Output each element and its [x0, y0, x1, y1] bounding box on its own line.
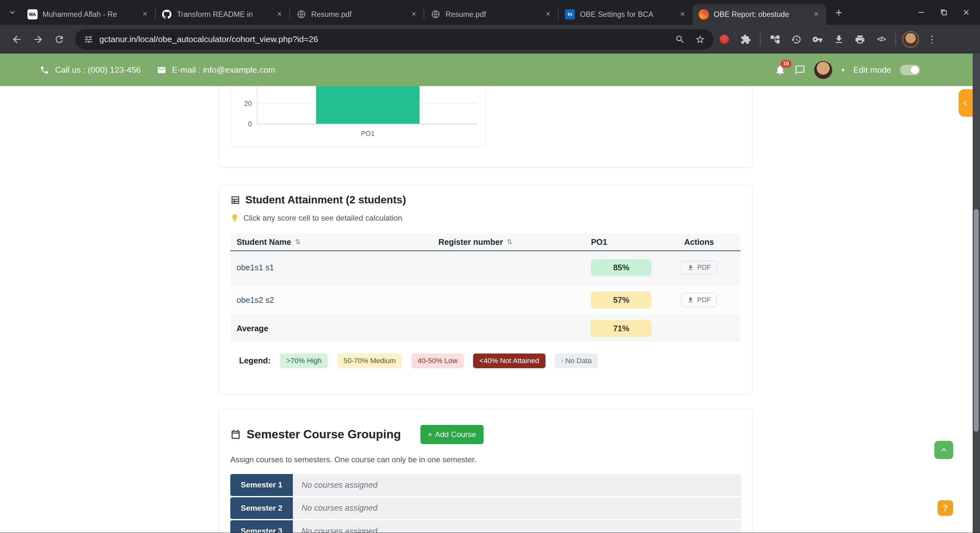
semester-label: Semester 3 — [230, 520, 293, 533]
tab-title: Muhammed Aflah - Re — [43, 10, 135, 19]
column-header-register-number[interactable]: Register number⇅ — [432, 238, 585, 247]
semester-row[interactable]: Semester 1 No courses assigned — [230, 474, 741, 496]
site-header: Call us : (000) 123-456 E-mail : info@ex… — [0, 54, 980, 86]
pdf-button[interactable]: PDF — [681, 293, 717, 307]
legend-pill-not-attained: <40% Not Attained — [473, 354, 545, 368]
github-favicon-icon — [162, 9, 172, 19]
table-header-row: Student Name⇅ Register number⇅ PO1 Actio… — [230, 234, 740, 251]
toolbar-divider — [896, 33, 896, 46]
sidebar-collapse-handle[interactable] — [959, 89, 972, 117]
semester-row[interactable]: Semester 3 No courses assigned — [230, 520, 741, 533]
print-icon[interactable] — [849, 29, 870, 50]
sort-icon[interactable]: ⇅ — [507, 238, 512, 246]
password-key-icon[interactable] — [807, 29, 828, 50]
score-badge[interactable]: 57% — [591, 292, 651, 309]
download-icon — [687, 264, 694, 271]
minimize-button[interactable] — [912, 4, 930, 21]
messages-button[interactable] — [795, 65, 805, 75]
add-course-button[interactable]: + Add Course — [420, 425, 484, 444]
legend-pill-medium: 50-70% Medium — [337, 354, 402, 368]
notifications-button[interactable]: 10 — [775, 64, 786, 76]
scroll-to-top-button[interactable] — [934, 441, 953, 459]
zoom-indicator-icon[interactable] — [675, 35, 685, 44]
site-info-tune-icon[interactable] — [84, 35, 93, 44]
profile-avatar[interactable] — [900, 29, 921, 50]
globe-favicon-icon — [431, 9, 441, 19]
tab-close-icon[interactable]: × — [811, 9, 821, 19]
tab-close-icon[interactable]: × — [409, 9, 418, 19]
dropdown-caret-icon[interactable]: ▾ — [842, 66, 845, 74]
bar-po1 — [316, 86, 419, 124]
recording-extension-icon[interactable] — [714, 29, 735, 50]
semester-content: No courses assigned — [293, 520, 741, 533]
browser-tab[interactable]: Resume.pdf × — [290, 4, 424, 25]
column-header-actions: Actions — [658, 238, 740, 247]
tab-search-button[interactable] — [4, 4, 21, 21]
forward-arrow-icon — [33, 34, 44, 45]
semester-label: Semester 2 — [230, 497, 293, 519]
student-name-link[interactable]: obe1s2 s2 — [230, 295, 432, 305]
score-badge[interactable]: 85% — [591, 259, 651, 276]
tab-close-icon[interactable]: × — [543, 9, 553, 19]
average-label: Average — [230, 324, 432, 333]
sort-icon[interactable]: ⇅ — [295, 238, 301, 246]
tree-extension-icon[interactable] — [764, 29, 786, 50]
semester-row[interactable]: Semester 2 No courses assigned — [230, 497, 741, 519]
page-scrollbar[interactable] — [973, 54, 980, 533]
browser-tab[interactable]: in OBE Settings for BCA × — [558, 4, 692, 25]
edit-mode-toggle[interactable] — [900, 65, 920, 75]
student-name-link[interactable]: obe1s1 s1 — [230, 263, 432, 272]
tab-close-icon[interactable]: × — [678, 9, 687, 19]
chart-x-axis — [257, 124, 477, 124]
menu-kebab-icon[interactable]: ⋮ — [921, 29, 943, 50]
average-row: Average 71% — [230, 316, 740, 341]
forward-button[interactable] — [27, 29, 49, 50]
bookmark-star-icon[interactable] — [695, 35, 705, 44]
download-icon — [687, 297, 694, 303]
ma-favicon-icon: MA — [27, 9, 37, 19]
column-header-student-name[interactable]: Student Name⇅ — [230, 238, 432, 247]
score-badge[interactable]: 71% — [591, 320, 651, 337]
reload-button[interactable] — [49, 29, 70, 50]
semester-grouping-card: Semester Course Grouping + Add Course As… — [219, 408, 752, 533]
site-favicon-icon — [698, 9, 708, 19]
chart-card: 20 0 PO1 — [219, 86, 752, 167]
history-icon[interactable] — [786, 29, 807, 50]
y-tick-0: 0 — [236, 120, 252, 128]
close-window-button[interactable] — [957, 4, 975, 21]
pdf-button[interactable]: PDF — [681, 261, 717, 275]
table-row: obe1s2 s2 57% PDF — [230, 284, 740, 316]
new-tab-button[interactable]: + — [830, 4, 848, 21]
grouping-description: Assign courses to semesters. One course … — [230, 455, 741, 464]
scrollbar-thumb[interactable] — [974, 209, 979, 431]
browser-tab-active[interactable]: OBE Report: obestude × — [692, 4, 826, 25]
browser-tab[interactable]: Resume.pdf × — [424, 4, 558, 25]
browser-tab[interactable]: MA Muhammed Aflah - Re × — [21, 4, 155, 25]
url-text[interactable]: gctanur.in/local/obe_autocalculator/coho… — [99, 35, 669, 44]
tab-title: Transform README in — [177, 10, 269, 19]
address-bar[interactable]: gctanur.in/local/obe_autocalculator/coho… — [75, 29, 714, 49]
legend-pill-high: >70% High — [280, 354, 328, 368]
mail-icon — [157, 65, 166, 75]
chart-x-label: PO1 — [316, 129, 419, 138]
tab-close-icon[interactable]: × — [274, 9, 284, 19]
browser-tab[interactable]: Transform README in × — [156, 4, 290, 25]
back-button[interactable] — [6, 29, 28, 50]
email-text: E-mail : info@example.com — [172, 65, 275, 75]
grouping-title: Semester Course Grouping — [247, 427, 401, 441]
tab-title: Resume.pdf — [445, 10, 538, 19]
semester-content: No courses assigned — [293, 497, 741, 519]
legend: Legend: >70% High 50-70% Medium 40-50% L… — [230, 354, 741, 368]
downloads-icon[interactable] — [828, 29, 850, 50]
tab-close-icon[interactable]: × — [140, 9, 150, 19]
po-attainment-chart: 20 0 PO1 — [230, 86, 486, 148]
page-content: 20 0 PO1 Student Attainment (2 students)… — [0, 86, 972, 533]
help-button[interactable]: ? — [937, 500, 953, 516]
code-extension-icon[interactable]: </> — [870, 29, 892, 50]
restore-button[interactable] — [935, 4, 953, 21]
edit-mode-label: Edit mode — [853, 65, 891, 75]
user-avatar[interactable] — [814, 60, 833, 79]
reload-icon — [54, 34, 64, 44]
extensions-puzzle-icon[interactable] — [735, 29, 756, 50]
browser-tab-strip: MA Muhammed Aflah - Re × Transform READM… — [0, 0, 980, 25]
